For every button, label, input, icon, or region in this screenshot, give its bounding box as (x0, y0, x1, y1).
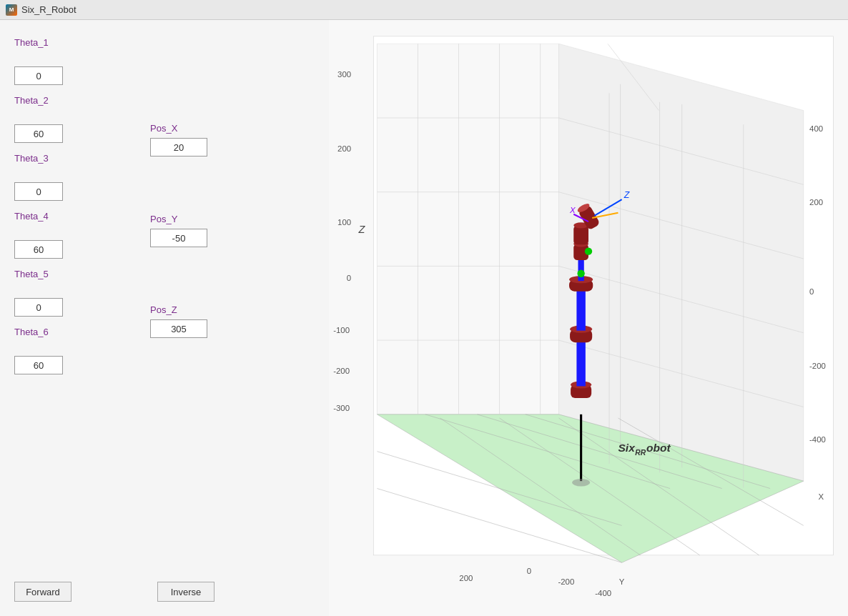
z-tick-m200: -200 (333, 367, 350, 375)
theta5-input[interactable] (14, 298, 63, 317)
x-tick-400: 400 (809, 124, 823, 133)
forward-button[interactable]: Forward (14, 582, 72, 602)
title-bar: M Six_R_Robot (0, 0, 848, 20)
theta1-label: Theta_1 (14, 37, 107, 48)
robot-lower-arm (576, 340, 585, 386)
theta3-label: Theta_3 (14, 153, 107, 164)
z-axis-ee-label: Z (623, 190, 630, 200)
x-tick-m200: -200 (809, 362, 826, 370)
theta1-group: Theta_1 (14, 27, 107, 85)
pos-section: Pos_X Pos_Y Pos_Z (150, 113, 207, 571)
z-axis-label: Z (358, 224, 365, 235)
z-tick-m100: -100 (333, 326, 350, 334)
theta6-group: Theta_6 (14, 317, 107, 374)
robot-wrist-joint (577, 270, 584, 277)
robot-base-shadow (572, 479, 590, 486)
theta2-group: Theta_2 (14, 85, 107, 143)
theta4-group: Theta_4 (14, 201, 107, 259)
svg-marker-1 (377, 44, 558, 414)
theta3-input[interactable] (14, 182, 63, 201)
x-label: X (819, 492, 824, 501)
z-tick-0: 0 (347, 274, 351, 282)
y-tick-0: 0 (527, 567, 531, 575)
z-tick-200: 200 (337, 144, 351, 153)
posy-input[interactable] (150, 229, 207, 247)
posz-input[interactable] (150, 319, 207, 338)
theta5-label: Theta_5 (14, 269, 107, 279)
robot-plot-svg: Z 300 200 100 0 -100 -200 -300 Y 200 0 -… (329, 20, 848, 616)
y-tick-m400: -400 (595, 589, 611, 597)
y-tick-m200: -200 (558, 577, 574, 586)
x-tick-m400: -400 (809, 435, 826, 444)
inverse-button[interactable]: Inverse (157, 582, 215, 602)
theta2-input[interactable] (14, 124, 63, 143)
z-tick-100: 100 (337, 218, 351, 227)
robot-wrist (578, 259, 583, 281)
robot-label-suffix: obot (646, 442, 671, 454)
svg-marker-2 (559, 44, 804, 481)
theta3-group: Theta_3 (14, 143, 107, 201)
posx-input[interactable] (150, 138, 207, 157)
theta5-group: Theta_5 (14, 259, 107, 317)
window-title: Six_R_Robot (21, 4, 77, 15)
robot-upper-arm (576, 289, 585, 331)
posy-label: Pos_Y (150, 214, 207, 224)
x-tick-200: 200 (809, 198, 823, 207)
z-tick-m300: -300 (333, 404, 350, 412)
y-tick-200: 200 (459, 574, 473, 582)
buttons-row: Forward Inverse (14, 571, 315, 609)
posx-group: Pos_X (150, 113, 207, 157)
robot-label-main: Six (618, 442, 636, 454)
posz-label: Pos_Z (150, 304, 207, 315)
x-tick-0: 0 (809, 287, 814, 296)
main-content: Theta_1 Theta_2 Theta_3 Theta_4 (0, 20, 848, 616)
posz-group: Pos_Z (150, 247, 207, 338)
posy-group: Pos_Y (150, 157, 207, 247)
posx-label: Pos_X (150, 123, 207, 134)
y-label: Y (619, 577, 625, 586)
x-axis-label: X (569, 206, 576, 214)
theta6-label: Theta_6 (14, 327, 107, 337)
theta1-input[interactable] (14, 66, 63, 85)
theta2-label: Theta_2 (14, 95, 107, 106)
z-tick-300: 300 (337, 70, 351, 79)
theta-section: Theta_1 Theta_2 Theta_3 Theta_4 (14, 27, 107, 571)
theta4-label: Theta_4 (14, 211, 107, 222)
app-icon: M (6, 4, 17, 16)
robot-wrist2-joint (585, 247, 592, 254)
robot-plot-panel: Z 300 200 100 0 -100 -200 -300 Y 200 0 -… (329, 20, 848, 616)
theta6-input[interactable] (14, 356, 63, 374)
theta4-input[interactable] (14, 240, 63, 259)
robot-label-sub: RR (635, 449, 646, 457)
